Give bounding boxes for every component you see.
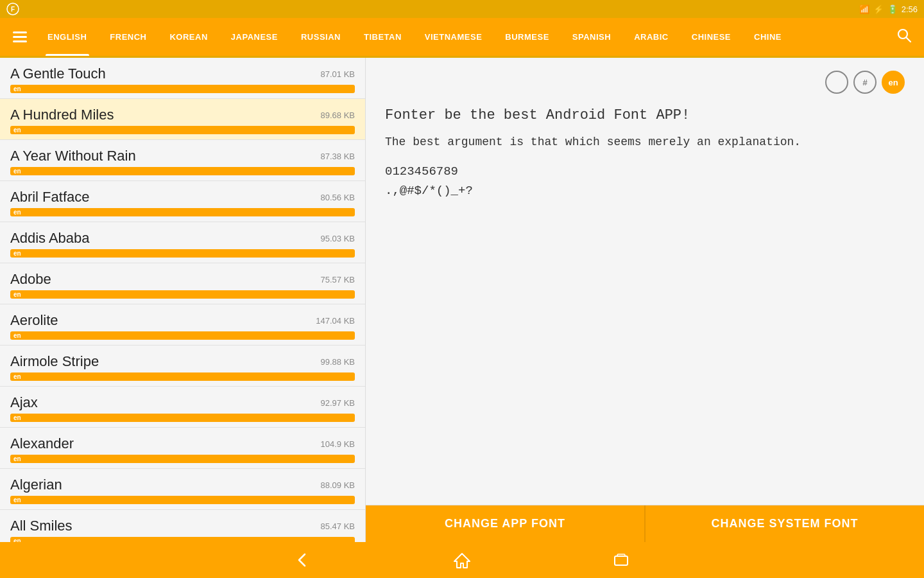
- font-name-label: Alexander: [10, 435, 74, 452]
- tab-tibetan[interactable]: TIBETAN: [352, 18, 413, 56]
- font-language-tag: en: [10, 414, 355, 422]
- font-size-label: 99.88 KB: [321, 357, 355, 367]
- font-list-item[interactable]: Abril Fatface80.56 KBen: [0, 181, 365, 222]
- font-list-item[interactable]: A Gentle Touch87.01 KBen: [0, 58, 365, 99]
- font-language-tag: en: [10, 537, 355, 542]
- font-list-item[interactable]: A Hundred Miles89.68 KBen: [0, 99, 365, 140]
- font-size-label: 87.01 KB: [321, 69, 355, 79]
- charging-icon: ⚡: [873, 4, 884, 14]
- font-list: A Gentle Touch87.01 KBenA Hundred Miles8…: [0, 58, 365, 542]
- tab-chinese[interactable]: CHINESE: [680, 18, 742, 56]
- nav-tabs: ENGLISH FRENCH KOREAN JAPANESE RUSSIAN T…: [36, 18, 888, 56]
- font-size-label: 89.68 KB: [321, 110, 355, 120]
- recents-button[interactable]: [606, 547, 637, 573]
- tab-korean[interactable]: KOREAN: [158, 18, 219, 56]
- app-icon: F: [6, 3, 19, 15]
- tab-arabic[interactable]: ARABIC: [622, 18, 680, 56]
- font-language-tag: en: [10, 126, 355, 134]
- font-list-item[interactable]: Addis Ababa95.03 KBen: [0, 222, 365, 263]
- font-language-tag: en: [10, 85, 355, 93]
- font-language-tag: en: [10, 208, 355, 216]
- font-list-item[interactable]: Algerian88.09 KBen: [0, 469, 365, 510]
- main-content: A Gentle Touch87.01 KBenA Hundred Miles8…: [0, 58, 924, 542]
- font-name-label: A Gentle Touch: [10, 66, 106, 82]
- preview-circle-lang[interactable]: en: [882, 71, 905, 94]
- font-language-tag: en: [10, 290, 355, 299]
- change-system-font-button[interactable]: CHANGE SYSTEM FONT: [646, 505, 924, 542]
- preview-circle-empty[interactable]: [825, 71, 848, 94]
- font-size-label: 87.38 KB: [321, 152, 355, 161]
- svg-text:F: F: [11, 6, 15, 13]
- bottom-nav: [0, 542, 924, 578]
- back-button[interactable]: [287, 547, 318, 573]
- font-list-item[interactable]: Airmole Stripe99.88 KBen: [0, 346, 365, 387]
- font-language-tag: en: [10, 496, 355, 504]
- font-language-tag: en: [10, 249, 355, 258]
- font-name-label: Algerian: [10, 477, 62, 493]
- status-bar-left: F: [6, 3, 19, 15]
- preview-text-area: Fonter be the best Android Font APP! The…: [385, 104, 905, 492]
- wifi-icon: 📶: [859, 4, 869, 14]
- font-name-label: Ajax: [10, 394, 38, 411]
- font-size-label: 104.9 KB: [321, 439, 355, 449]
- change-app-font-button[interactable]: CHANGE APP FONT: [366, 505, 646, 542]
- tab-burmese[interactable]: BURMESE: [493, 18, 561, 56]
- status-bar-right: 📶 ⚡ 🔋 2:56: [859, 4, 918, 14]
- font-name-label: A Hundred Miles: [10, 107, 114, 123]
- font-list-item[interactable]: Adobe75.57 KBen: [0, 263, 365, 304]
- font-name-label: Adobe: [10, 271, 51, 288]
- font-list-panel: A Gentle Touch87.01 KBenA Hundred Miles8…: [0, 58, 366, 542]
- font-list-item[interactable]: Ajax92.97 KBen: [0, 387, 365, 428]
- preview-line-3: 0123456789: [385, 162, 905, 181]
- status-bar: F 📶 ⚡ 🔋 2:56: [0, 0, 924, 18]
- search-button[interactable]: [888, 23, 920, 51]
- svg-line-3: [907, 37, 911, 42]
- font-size-label: 92.97 KB: [321, 398, 355, 408]
- tab-english[interactable]: ENGLISH: [36, 18, 98, 56]
- nav-bar: ENGLISH FRENCH KOREAN JAPANESE RUSSIAN T…: [0, 18, 924, 58]
- font-size-label: 147.04 KB: [316, 316, 355, 326]
- font-name-label: Airmole Stripe: [10, 353, 99, 370]
- svg-rect-6: [617, 554, 625, 556]
- preview-line-2: The best argument is that which seems me…: [385, 133, 905, 152]
- font-language-tag: en: [10, 455, 355, 463]
- font-name-label: All Smiles: [10, 518, 73, 534]
- tab-russian[interactable]: RUSSIAN: [289, 18, 352, 56]
- svg-marker-4: [454, 554, 470, 568]
- font-language-tag: en: [10, 372, 355, 381]
- preview-content: # en Fonter be the best Android Font APP…: [366, 58, 924, 505]
- font-name-label: A Year Without Rain: [10, 148, 136, 164]
- font-list-item[interactable]: A Year Without Rain87.38 KBen: [0, 140, 365, 181]
- svg-rect-5: [615, 556, 628, 565]
- font-language-tag: en: [10, 331, 355, 340]
- font-name-label: Aerolite: [10, 312, 58, 329]
- preview-line-1: Fonter be the best Android Font APP!: [385, 104, 905, 127]
- preview-controls: # en: [385, 71, 905, 94]
- font-size-label: 85.47 KB: [321, 521, 355, 531]
- font-list-item[interactable]: Aerolite147.04 KBen: [0, 304, 365, 346]
- tab-french[interactable]: FRENCH: [98, 18, 158, 56]
- bottom-buttons: CHANGE APP FONT CHANGE SYSTEM FONT: [366, 505, 924, 542]
- preview-line-4: .,@#$/*()_+?: [385, 181, 905, 200]
- font-language-tag: en: [10, 167, 355, 175]
- tab-japanese[interactable]: JAPANESE: [219, 18, 289, 56]
- font-size-label: 80.56 KB: [321, 193, 355, 202]
- font-name-label: Addis Ababa: [10, 230, 90, 247]
- font-name-label: Abril Fatface: [10, 189, 90, 206]
- tab-vietnamese[interactable]: VIETNAMESE: [413, 18, 494, 56]
- tab-chine2[interactable]: CHINE: [742, 18, 793, 56]
- hamburger-button[interactable]: [4, 26, 36, 48]
- battery-icon: 🔋: [887, 4, 898, 14]
- font-list-item[interactable]: Alexander104.9 KBen: [0, 428, 365, 469]
- font-size-label: 75.57 KB: [321, 275, 355, 285]
- preview-circle-hash[interactable]: #: [853, 71, 877, 94]
- font-size-label: 88.09 KB: [321, 480, 355, 490]
- clock: 2:56: [902, 4, 918, 14]
- home-button[interactable]: [447, 547, 477, 573]
- font-list-item[interactable]: All Smiles85.47 KBen: [0, 510, 365, 542]
- tab-spanish[interactable]: SPANISH: [561, 18, 622, 56]
- font-size-label: 95.03 KB: [321, 234, 355, 243]
- preview-panel: # en Fonter be the best Android Font APP…: [366, 58, 924, 542]
